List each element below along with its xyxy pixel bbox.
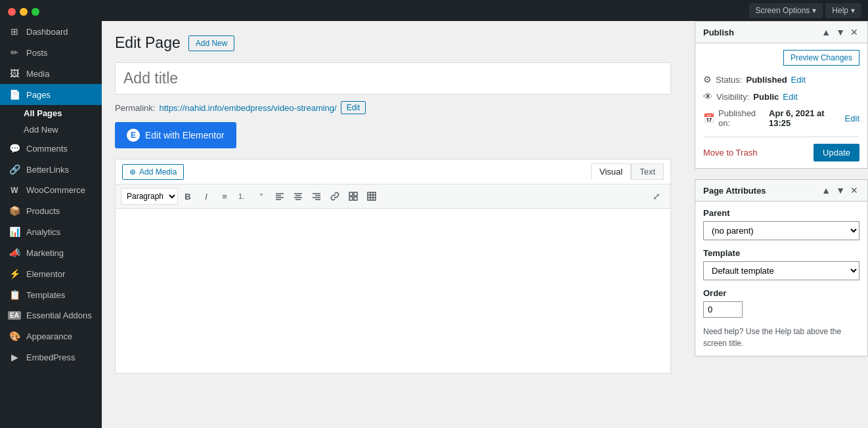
sidebar-item-templates[interactable]: 📋 Templates [0,284,102,305]
sidebar-item-betterlinks-label: BetterLinks [26,165,69,175]
sidebar-item-essential-addons-label: Essential Addons [26,310,92,320]
sidebar-item-elementor[interactable]: ⚡ Elementor [0,263,102,284]
sidebar-item-products[interactable]: 📦 Products [0,200,102,221]
page-attributes-close-button[interactable]: ✕ [849,185,859,196]
sidebar-item-elementor-label: Elementor [26,269,65,279]
publish-panel-title: Publish [703,28,734,37]
svg-rect-17 [368,192,376,200]
link-button[interactable] [326,188,343,205]
sidebar-item-appearance[interactable]: 🎨 Appearance [0,326,102,347]
align-left-button[interactable] [271,188,288,205]
admin-top-bar: Screen Options ▾ Help ▾ [0,0,868,21]
sidebar-item-woocommerce-label: WooCommerce [26,185,85,195]
text-tab[interactable]: Text [631,163,664,180]
sidebar-item-embedpress[interactable]: ▶ EmbedPress [0,347,102,368]
sidebar-item-dashboard[interactable]: ⊞ Dashboard [0,21,102,42]
sidebar-item-essential-addons[interactable]: EA Essential Addons [0,305,102,326]
sidebar-item-posts[interactable]: ✏ Posts [0,42,102,63]
table-button[interactable] [363,188,380,205]
publish-panel-down-button[interactable]: ▼ [835,27,846,37]
sidebar-item-dashboard-label: Dashboard [26,27,68,37]
visual-tab[interactable]: Visual [591,163,631,180]
align-right-button[interactable] [308,188,325,205]
sidebar-item-comments[interactable]: 💬 Comments [0,138,102,159]
page-attributes-body: Parent (no parent) Template Default temp… [695,202,867,356]
edit-with-elementor-button[interactable]: E Edit with Elementor [115,122,236,148]
calendar-icon: 📅 [703,113,714,123]
sidebar-item-posts-label: Posts [26,48,48,58]
editor-format-bar: Paragraph B I ≡ 1. " [116,184,670,209]
close-dot[interactable] [8,8,16,16]
add-media-button[interactable]: ⊕ Add Media [122,164,184,180]
permalink-row: Permalink: https://nahid.info/embedpress… [115,101,671,114]
dashboard-icon: ⊞ [8,26,21,37]
page-attributes-panel: Page Attributes ▲ ▼ ✕ Parent (no parent)… [695,179,868,356]
page-attributes-up-button[interactable]: ▲ [820,185,832,196]
screen-options-button[interactable]: Screen Options ▾ [749,3,823,18]
published-on-row: 📅 Published on: Apr 6, 2021 at 13:25 Edi… [703,105,859,131]
publish-actions: Move to Trash Update [703,137,859,161]
sidebar-item-appearance-label: Appearance [26,332,72,341]
app-body: ⊞ Dashboard ✏ Posts 🖼 Media 📄 Pages All … [0,21,868,428]
add-new-page-button[interactable]: Add New [188,35,235,51]
sidebar-sub-item-all-pages[interactable]: All Pages [0,105,102,121]
page-title: Edit Page [115,34,181,52]
move-to-trash-link[interactable]: Move to Trash [703,148,757,158]
elementor-btn-label: Edit with Elementor [145,130,225,140]
sidebar-item-media[interactable]: 🖼 Media [0,63,102,84]
parent-row: Parent (no parent) [703,208,859,240]
view-tabs: Visual Text [591,163,664,180]
publish-panel-close-button[interactable]: ✕ [849,27,859,37]
maximize-dot[interactable] [32,8,39,16]
parent-select[interactable]: (no parent) [703,221,859,240]
sidebar-item-marketing[interactable]: 📣 Marketing [0,242,102,263]
published-on-value: Apr 6, 2021 at 13:25 [769,108,841,128]
analytics-icon: 📊 [8,226,21,237]
editor-container: ⊕ Add Media Visual Text Paragraph B I ≡ … [115,159,671,374]
sidebar-sub-item-add-new[interactable]: Add New [0,121,102,138]
sidebar-item-products-label: Products [26,206,60,216]
permalink-url[interactable]: https://nahid.info/embedpress/video-stre… [159,103,336,113]
update-button[interactable]: Update [814,144,859,161]
visibility-value: Public [753,92,779,102]
sidebar-item-comments-label: Comments [26,144,68,154]
sidebar-item-analytics[interactable]: 📊 Analytics [0,221,102,242]
help-button[interactable]: Help ▾ [825,3,861,18]
screen-options-label: Screen Options [756,6,810,15]
right-panel: Publish ▲ ▼ ✕ Preview Changes ⚙ Status: … [684,21,868,428]
template-select[interactable]: Default template [703,261,859,280]
blockquote-button[interactable]: " [253,188,270,205]
page-attributes-header: Page Attributes ▲ ▼ ✕ [695,180,867,202]
page-attributes-down-button[interactable]: ▼ [835,185,846,196]
status-icon: ⚙ [703,74,712,85]
editor-content-area[interactable] [116,209,670,373]
preview-changes-button[interactable]: Preview Changes [783,50,859,66]
sidebar-item-woocommerce[interactable]: W WooCommerce [0,180,102,200]
media-icon: 🖼 [8,68,21,79]
template-label: Template [703,248,859,258]
unordered-list-button[interactable]: ≡ [216,188,233,205]
visibility-edit-link[interactable]: Edit [783,92,797,102]
published-on-edit-link[interactable]: Edit [845,114,859,123]
permalink-edit-button[interactable]: Edit [341,101,366,114]
publish-panel-up-button[interactable]: ▲ [820,27,832,37]
bold-button[interactable]: B [179,188,196,205]
status-edit-link[interactable]: Edit [791,75,806,85]
minimize-dot[interactable] [20,8,28,16]
comments-icon: 💬 [8,143,21,154]
paragraph-select[interactable]: Paragraph [121,188,178,205]
insert-button[interactable] [345,188,362,205]
ordered-list-button[interactable]: 1. [234,188,251,205]
page-title-input[interactable] [115,62,671,95]
template-row: Template Default template [703,248,859,280]
sidebar-item-pages[interactable]: 📄 Pages [0,84,102,105]
italic-button[interactable]: I [198,188,215,205]
add-media-label: Add Media [139,167,177,177]
preview-changes-wrapper: Preview Changes [703,50,859,66]
sidebar: ⊞ Dashboard ✏ Posts 🖼 Media 📄 Pages All … [0,21,102,428]
order-input[interactable] [703,301,743,318]
woocommerce-icon: W [8,186,21,195]
sidebar-item-betterlinks[interactable]: 🔗 BetterLinks [0,159,102,180]
align-center-button[interactable] [290,188,307,205]
fullscreen-button[interactable]: ⤢ [648,188,665,205]
